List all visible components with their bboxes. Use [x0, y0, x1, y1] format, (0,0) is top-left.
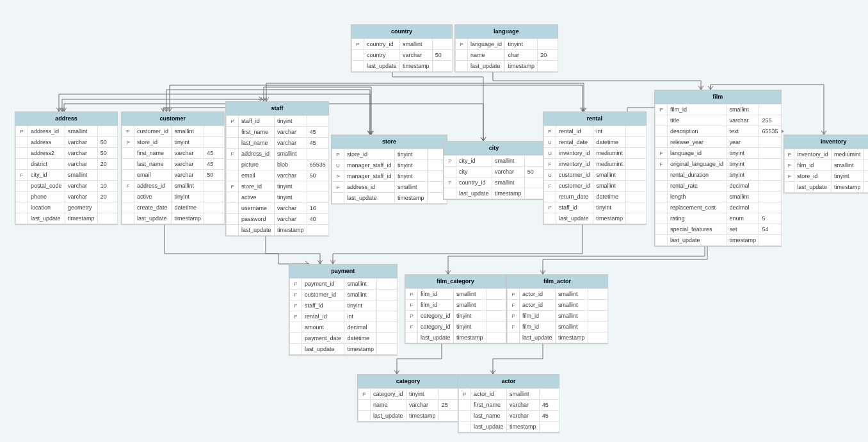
- column-row[interactable]: Uinventory_idmediumint: [544, 148, 647, 159]
- table-payment[interactable]: paymentPpayment_idsmallintFcustomer_idsm…: [289, 264, 398, 356]
- table-store[interactable]: storePstore_idtinyintUmanager_staff_idti…: [331, 135, 447, 204]
- column-row[interactable]: Fcity_idsmallint: [16, 170, 118, 181]
- column-row[interactable]: Fstore_idtinyint: [785, 171, 869, 182]
- column-row[interactable]: Fstore_idtinyint: [227, 181, 329, 192]
- table-header[interactable]: film_category: [405, 275, 506, 288]
- column-row[interactable]: special_featuresset54: [655, 224, 782, 235]
- column-row[interactable]: Pcategory_idtinyint: [406, 311, 506, 322]
- column-row[interactable]: Fcustomer_idsmallint: [544, 181, 647, 192]
- column-row[interactable]: Pstore_idtinyint: [332, 149, 447, 160]
- column-row[interactable]: namechar20: [456, 50, 558, 61]
- column-row[interactable]: namevarchar25: [358, 400, 459, 411]
- column-row[interactable]: Pinventory_idmediumint: [785, 149, 869, 160]
- column-row[interactable]: Urental_datedatetime: [544, 137, 647, 148]
- table-address[interactable]: addressPaddress_idsmallintaddressvarchar…: [15, 111, 118, 225]
- column-row[interactable]: Ffilm_idsmallint: [406, 300, 506, 311]
- column-row[interactable]: cityvarchar50: [444, 167, 545, 177]
- column-row[interactable]: rental_durationtinyint: [655, 170, 782, 181]
- column-row[interactable]: payment_datedatetime: [290, 333, 398, 344]
- column-row[interactable]: titlevarchar255: [655, 115, 782, 126]
- column-row[interactable]: postal_codevarchar10: [16, 181, 118, 192]
- column-row[interactable]: last_updatetimestamp: [358, 411, 459, 422]
- column-row[interactable]: Fstaff_idtinyint: [290, 300, 398, 311]
- column-row[interactable]: Pcategory_idtinyint: [358, 389, 459, 400]
- column-row[interactable]: Fstaff_idtinyint: [544, 202, 647, 213]
- column-row[interactable]: Faddress_idsmallint: [332, 182, 447, 193]
- column-row[interactable]: Faddress_idsmallint: [122, 181, 225, 192]
- table-header[interactable]: payment: [289, 265, 397, 278]
- column-row[interactable]: return_datedatetime: [544, 192, 647, 202]
- column-row[interactable]: first_namevarchar45: [122, 148, 225, 159]
- table-country[interactable]: countryPcountry_idsmallintcountryvarchar…: [351, 24, 453, 72]
- table-inventory[interactable]: inventoryPinventory_idmediumintFfilm_ids…: [784, 135, 868, 193]
- column-row[interactable]: activetinyint: [227, 192, 329, 203]
- column-row[interactable]: last_updatetimestamp: [508, 332, 608, 343]
- column-row[interactable]: activetinyint: [122, 192, 225, 202]
- column-row[interactable]: locationgeometry: [16, 202, 118, 213]
- column-row[interactable]: first_namevarchar45: [459, 400, 559, 411]
- column-row[interactable]: passwordvarchar40: [227, 214, 329, 225]
- table-header[interactable]: staff: [226, 102, 328, 115]
- table-rental[interactable]: rentalPrental_idintUrental_datedatetimeU…: [543, 111, 647, 225]
- column-row[interactable]: last_updatetimestamp: [406, 332, 506, 343]
- table-customer[interactable]: customerPcustomer_idsmallintFstore_idtin…: [121, 111, 225, 225]
- table-header[interactable]: film: [655, 90, 781, 104]
- table-language[interactable]: languagePlanguage_idtinyintnamechar20las…: [454, 24, 558, 72]
- column-row[interactable]: Pfilm_idsmallint: [655, 104, 782, 115]
- column-row[interactable]: last_updatetimestamp: [785, 182, 869, 193]
- column-row[interactable]: Fstore_idtinyint: [122, 137, 225, 148]
- column-row[interactable]: first_namevarchar45: [227, 127, 329, 138]
- column-row[interactable]: Pactor_idsmallint: [459, 389, 559, 400]
- column-row[interactable]: replacement_costdecimal: [655, 202, 782, 213]
- column-row[interactable]: Flanguage_idtinyint: [655, 148, 782, 159]
- column-row[interactable]: Paddress_idsmallint: [16, 126, 118, 137]
- column-row[interactable]: Fcountry_idsmallint: [444, 177, 545, 188]
- column-row[interactable]: amountdecimal: [290, 322, 398, 333]
- column-row[interactable]: Ppayment_idsmallint: [290, 279, 398, 290]
- column-row[interactable]: lengthsmallint: [655, 192, 782, 202]
- column-row[interactable]: pictureblob65535: [227, 160, 329, 170]
- column-row[interactable]: Factor_idsmallint: [508, 300, 608, 311]
- column-row[interactable]: last_updatetimestamp: [227, 225, 329, 236]
- table-header[interactable]: country: [351, 25, 452, 38]
- column-row[interactable]: last_updatetimestamp: [352, 61, 453, 72]
- column-row[interactable]: last_updatetimestamp: [16, 213, 118, 224]
- column-row[interactable]: Ffilm_idsmallint: [785, 160, 869, 171]
- column-row[interactable]: last_updatetimestamp: [332, 193, 447, 204]
- table-header[interactable]: inventory: [784, 135, 868, 149]
- table-staff[interactable]: staffPstaff_idtinyintfirst_namevarchar45…: [225, 101, 329, 236]
- column-row[interactable]: Fcategory_idtinyint: [406, 322, 506, 332]
- column-row[interactable]: Pcustomer_idsmallint: [122, 126, 225, 137]
- table-header[interactable]: rental: [543, 112, 646, 126]
- column-row[interactable]: rental_ratedecimal: [655, 181, 782, 192]
- column-row[interactable]: descriptiontext65535: [655, 126, 782, 137]
- column-row[interactable]: districtvarchar20: [16, 159, 118, 170]
- column-row[interactable]: addressvarchar50: [16, 137, 118, 148]
- column-row[interactable]: last_updatetimestamp: [444, 188, 545, 199]
- column-row[interactable]: emailvarchar50: [122, 170, 225, 181]
- column-row[interactable]: address2varchar50: [16, 148, 118, 159]
- column-row[interactable]: usernamevarchar16: [227, 203, 329, 214]
- column-row[interactable]: create_datedatetime: [122, 202, 225, 213]
- table-header[interactable]: category: [358, 375, 458, 388]
- column-row[interactable]: Planguage_idtinyint: [456, 39, 558, 50]
- column-row[interactable]: last_updatetimestamp: [459, 422, 559, 432]
- table-header[interactable]: actor: [458, 375, 559, 388]
- column-row[interactable]: Pactor_idsmallint: [508, 289, 608, 300]
- table-category[interactable]: categoryPcategory_idtinyintnamevarchar25…: [357, 374, 459, 422]
- column-row[interactable]: Foriginal_language_idtinyint: [655, 159, 782, 170]
- table-header[interactable]: address: [15, 112, 117, 126]
- table-film_actor[interactable]: film_actorPactor_idsmallintFactor_idsmal…: [506, 274, 608, 344]
- table-film_category[interactable]: film_categoryPfilm_idsmallintFfilm_idsma…: [405, 274, 506, 344]
- column-row[interactable]: last_namevarchar45: [459, 411, 559, 422]
- column-row[interactable]: last_updatetimestamp: [290, 344, 398, 355]
- table-header[interactable]: language: [455, 25, 558, 38]
- column-row[interactable]: phonevarchar20: [16, 192, 118, 202]
- table-header[interactable]: film_actor: [507, 275, 607, 288]
- column-row[interactable]: ratingenum5: [655, 213, 782, 224]
- column-row[interactable]: Frental_idint: [290, 311, 398, 322]
- column-row[interactable]: Pfilm_idsmallint: [406, 289, 506, 300]
- column-row[interactable]: countryvarchar50: [352, 50, 453, 61]
- table-city[interactable]: cityPcity_idsmallintcityvarchar50Fcountr…: [443, 141, 545, 200]
- column-row[interactable]: Umanager_staff_idtinyint: [332, 160, 447, 171]
